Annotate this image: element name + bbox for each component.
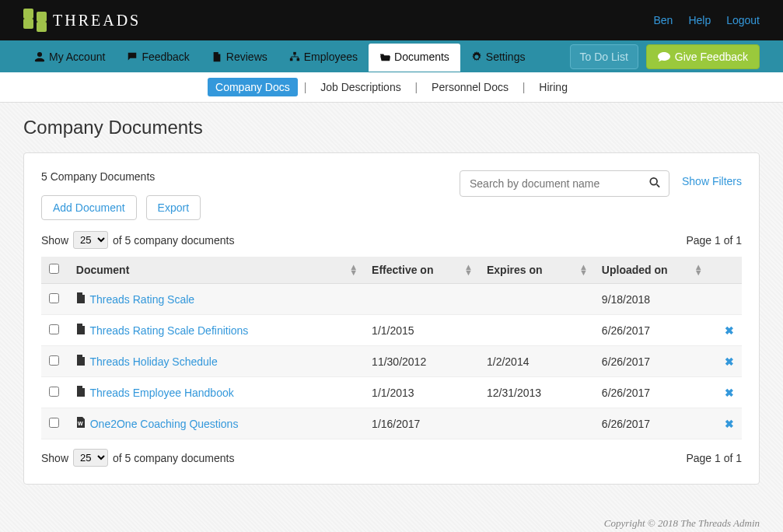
show-label-pre: Show	[41, 234, 68, 247]
search-icon[interactable]	[649, 177, 660, 191]
show-label-pre: Show	[41, 452, 68, 464]
svg-line-4	[657, 184, 660, 187]
svg-text:W: W	[78, 421, 83, 426]
user-link[interactable]: Ben	[653, 14, 673, 26]
separator: |	[523, 81, 526, 93]
row-checkbox[interactable]	[49, 387, 59, 397]
document-link[interactable]: Threads Employee Handbook	[89, 387, 233, 399]
effective-date	[364, 284, 479, 315]
svg-rect-1	[290, 58, 293, 61]
gear-icon	[471, 51, 482, 62]
table-row: Threads Rating Scale9/18/2018	[41, 284, 742, 315]
column-effective[interactable]: Effective on▲▼	[364, 257, 479, 284]
add-document-button[interactable]: Add Document	[41, 195, 137, 220]
file-icon	[211, 51, 222, 62]
nav-employees[interactable]: Employees	[278, 42, 369, 72]
svg-rect-2	[296, 58, 299, 61]
document-link[interactable]: Threads Rating Scale Definitions	[89, 324, 248, 337]
nav-my-account[interactable]: My Account	[23, 42, 116, 72]
folder-open-icon	[379, 51, 390, 62]
delete-icon[interactable]: ✖	[725, 387, 734, 399]
chat-icon	[127, 51, 138, 62]
delete-icon[interactable]: ✖	[725, 418, 734, 430]
nav-label: Documents	[394, 51, 449, 63]
row-checkbox[interactable]	[49, 418, 59, 428]
show-label-post: of 5 company documents	[113, 452, 234, 464]
subnav-job-descriptions[interactable]: Job Descriptions	[313, 78, 409, 96]
sort-icon: ▲▼	[694, 264, 703, 275]
sort-icon: ▲▼	[579, 264, 588, 275]
column-uploaded[interactable]: Uploaded on▲▼	[594, 257, 709, 284]
documents-panel: 5 Company Documents Add Document Export …	[23, 152, 760, 485]
page-title: Company Documents	[23, 117, 760, 138]
nav-feedback[interactable]: Feedback	[116, 42, 200, 72]
nav-documents[interactable]: Documents	[369, 44, 460, 72]
document-count: 5 Company Documents	[41, 170, 201, 183]
expires-date	[479, 284, 594, 315]
document-link[interactable]: Threads Holiday Schedule	[89, 355, 217, 368]
effective-date: 11/30/2012	[364, 346, 479, 377]
file-pdf-icon	[76, 387, 86, 399]
expires-date: 1/2/2014	[479, 346, 594, 377]
column-document[interactable]: Document▲▼	[68, 257, 364, 284]
export-button[interactable]: Export	[146, 195, 201, 220]
brand-text: THREADS	[53, 12, 141, 30]
expires-date	[479, 315, 594, 346]
nav-reviews[interactable]: Reviews	[201, 42, 278, 72]
logo-icon	[23, 9, 47, 32]
table-row: Threads Employee Handbook1/1/201312/31/2…	[41, 377, 742, 408]
uploaded-date: 6/26/2017	[594, 315, 709, 346]
give-feedback-button[interactable]: Give Feedback	[646, 44, 760, 69]
svg-rect-0	[293, 51, 296, 54]
row-checkbox[interactable]	[49, 324, 59, 334]
help-link[interactable]: Help	[688, 14, 711, 26]
expires-date: 12/31/2013	[479, 377, 594, 408]
brand-logo[interactable]: THREADS	[23, 9, 141, 32]
file-pdf-icon	[76, 324, 86, 337]
sort-icon: ▲▼	[349, 264, 358, 275]
effective-date: 1/16/2017	[364, 408, 479, 439]
logout-link[interactable]: Logout	[726, 14, 760, 26]
row-checkbox[interactable]	[49, 293, 59, 303]
select-all-checkbox[interactable]	[49, 264, 59, 274]
uploaded-date: 9/18/2018	[594, 284, 709, 315]
todo-list-button[interactable]: To Do List	[570, 44, 638, 69]
page-info: Page 1 of 1	[686, 452, 742, 464]
file-pdf-icon	[76, 293, 86, 306]
uploaded-date: 6/26/2017	[594, 346, 709, 377]
footer-copyright: Copyright © 2018 The Threads Admin	[0, 508, 783, 532]
uploaded-date: 6/26/2017	[594, 377, 709, 408]
file-word-icon: W	[76, 418, 86, 430]
delete-icon[interactable]: ✖	[725, 355, 734, 368]
nav-settings[interactable]: Settings	[460, 42, 537, 72]
show-label-post: of 5 company documents	[113, 234, 234, 247]
table-row: Threads Holiday Schedule11/30/20121/2/20…	[41, 346, 742, 377]
per-page-select[interactable]: 25	[73, 231, 108, 249]
table-row: W One2One Coaching Questions1/16/20176/2…	[41, 408, 742, 439]
give-feedback-label: Give Feedback	[675, 51, 748, 63]
uploaded-date: 6/26/2017	[594, 408, 709, 439]
document-link[interactable]: One2One Coaching Questions	[90, 418, 239, 430]
search-input[interactable]	[460, 170, 669, 197]
per-page-select[interactable]: 25	[73, 449, 108, 467]
nav-label: Feedback	[142, 51, 189, 63]
show-filters-link[interactable]: Show Filters	[682, 170, 742, 187]
document-link[interactable]: Threads Rating Scale	[89, 293, 194, 306]
subnav: Company Docs | Job Descriptions | Person…	[0, 72, 783, 103]
documents-table: Document▲▼ Effective on▲▼ Expires on▲▼ U…	[41, 257, 742, 439]
subnav-company-docs[interactable]: Company Docs	[208, 78, 298, 96]
file-pdf-icon	[76, 355, 86, 368]
subnav-personnel-docs[interactable]: Personnel Docs	[424, 78, 516, 96]
column-expires[interactable]: Expires on▲▼	[479, 257, 594, 284]
row-checkbox[interactable]	[49, 355, 59, 366]
separator: |	[415, 81, 418, 93]
effective-date: 1/1/2015	[364, 315, 479, 346]
nav-label: Settings	[486, 51, 526, 63]
nav-label: My Account	[49, 51, 105, 63]
table-row: Threads Rating Scale Definitions1/1/2015…	[41, 315, 742, 346]
delete-icon[interactable]: ✖	[725, 324, 734, 337]
org-icon	[289, 51, 300, 62]
user-icon	[34, 51, 45, 62]
svg-point-3	[650, 178, 657, 185]
subnav-hiring[interactable]: Hiring	[531, 78, 575, 96]
